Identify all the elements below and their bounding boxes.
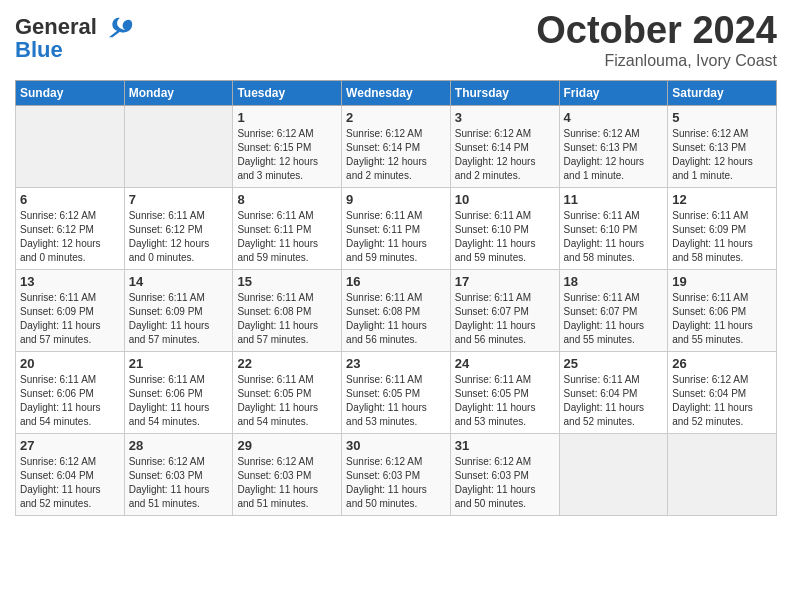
day-number: 5 xyxy=(672,110,772,125)
day-number: 3 xyxy=(455,110,555,125)
month-title: October 2024 xyxy=(536,10,777,52)
title-area: October 2024 Fizanlouma, Ivory Coast xyxy=(536,10,777,70)
header-day-sunday: Sunday xyxy=(16,80,125,105)
calendar-cell: 16Sunrise: 6:11 AM Sunset: 6:08 PM Dayli… xyxy=(342,269,451,351)
calendar-cell: 24Sunrise: 6:11 AM Sunset: 6:05 PM Dayli… xyxy=(450,351,559,433)
day-number: 16 xyxy=(346,274,446,289)
day-info: Sunrise: 6:11 AM Sunset: 6:09 PM Dayligh… xyxy=(672,209,772,265)
logo-general: General xyxy=(15,14,97,39)
header-day-wednesday: Wednesday xyxy=(342,80,451,105)
day-number: 31 xyxy=(455,438,555,453)
calendar-cell xyxy=(668,433,777,515)
calendar-cell: 9Sunrise: 6:11 AM Sunset: 6:11 PM Daylig… xyxy=(342,187,451,269)
day-info: Sunrise: 6:11 AM Sunset: 6:09 PM Dayligh… xyxy=(129,291,229,347)
calendar-cell: 11Sunrise: 6:11 AM Sunset: 6:10 PM Dayli… xyxy=(559,187,668,269)
calendar-cell: 4Sunrise: 6:12 AM Sunset: 6:13 PM Daylig… xyxy=(559,105,668,187)
calendar-cell: 26Sunrise: 6:12 AM Sunset: 6:04 PM Dayli… xyxy=(668,351,777,433)
calendar-cell: 13Sunrise: 6:11 AM Sunset: 6:09 PM Dayli… xyxy=(16,269,125,351)
calendar-cell xyxy=(16,105,125,187)
day-number: 14 xyxy=(129,274,229,289)
day-info: Sunrise: 6:11 AM Sunset: 6:05 PM Dayligh… xyxy=(455,373,555,429)
calendar-week-row: 6Sunrise: 6:12 AM Sunset: 6:12 PM Daylig… xyxy=(16,187,777,269)
day-info: Sunrise: 6:11 AM Sunset: 6:06 PM Dayligh… xyxy=(672,291,772,347)
calendar-cell: 2Sunrise: 6:12 AM Sunset: 6:14 PM Daylig… xyxy=(342,105,451,187)
day-info: Sunrise: 6:12 AM Sunset: 6:03 PM Dayligh… xyxy=(129,455,229,511)
day-number: 22 xyxy=(237,356,337,371)
day-number: 24 xyxy=(455,356,555,371)
header-day-friday: Friday xyxy=(559,80,668,105)
logo: General Blue xyxy=(15,15,133,61)
day-number: 25 xyxy=(564,356,664,371)
calendar-cell: 27Sunrise: 6:12 AM Sunset: 6:04 PM Dayli… xyxy=(16,433,125,515)
day-info: Sunrise: 6:12 AM Sunset: 6:03 PM Dayligh… xyxy=(455,455,555,511)
logo-text: General Blue xyxy=(15,15,133,61)
day-info: Sunrise: 6:11 AM Sunset: 6:12 PM Dayligh… xyxy=(129,209,229,265)
location-subtitle: Fizanlouma, Ivory Coast xyxy=(536,52,777,70)
calendar-cell: 6Sunrise: 6:12 AM Sunset: 6:12 PM Daylig… xyxy=(16,187,125,269)
calendar-cell: 30Sunrise: 6:12 AM Sunset: 6:03 PM Dayli… xyxy=(342,433,451,515)
calendar-cell: 19Sunrise: 6:11 AM Sunset: 6:06 PM Dayli… xyxy=(668,269,777,351)
page-container: General Blue October 2024 Fizanlouma, Iv… xyxy=(0,0,792,531)
header-day-monday: Monday xyxy=(124,80,233,105)
calendar-cell: 17Sunrise: 6:11 AM Sunset: 6:07 PM Dayli… xyxy=(450,269,559,351)
calendar-header-row: SundayMondayTuesdayWednesdayThursdayFrid… xyxy=(16,80,777,105)
day-number: 30 xyxy=(346,438,446,453)
calendar-week-row: 27Sunrise: 6:12 AM Sunset: 6:04 PM Dayli… xyxy=(16,433,777,515)
day-info: Sunrise: 6:11 AM Sunset: 6:11 PM Dayligh… xyxy=(237,209,337,265)
day-info: Sunrise: 6:12 AM Sunset: 6:03 PM Dayligh… xyxy=(346,455,446,511)
day-number: 18 xyxy=(564,274,664,289)
calendar-cell: 8Sunrise: 6:11 AM Sunset: 6:11 PM Daylig… xyxy=(233,187,342,269)
header-day-tuesday: Tuesday xyxy=(233,80,342,105)
day-number: 19 xyxy=(672,274,772,289)
day-info: Sunrise: 6:12 AM Sunset: 6:14 PM Dayligh… xyxy=(455,127,555,183)
calendar-cell: 3Sunrise: 6:12 AM Sunset: 6:14 PM Daylig… xyxy=(450,105,559,187)
day-info: Sunrise: 6:12 AM Sunset: 6:04 PM Dayligh… xyxy=(672,373,772,429)
day-info: Sunrise: 6:12 AM Sunset: 6:13 PM Dayligh… xyxy=(672,127,772,183)
day-number: 21 xyxy=(129,356,229,371)
calendar-cell: 20Sunrise: 6:11 AM Sunset: 6:06 PM Dayli… xyxy=(16,351,125,433)
day-number: 23 xyxy=(346,356,446,371)
calendar-cell: 23Sunrise: 6:11 AM Sunset: 6:05 PM Dayli… xyxy=(342,351,451,433)
day-number: 28 xyxy=(129,438,229,453)
day-info: Sunrise: 6:12 AM Sunset: 6:03 PM Dayligh… xyxy=(237,455,337,511)
day-info: Sunrise: 6:11 AM Sunset: 6:06 PM Dayligh… xyxy=(129,373,229,429)
day-number: 8 xyxy=(237,192,337,207)
day-info: Sunrise: 6:11 AM Sunset: 6:10 PM Dayligh… xyxy=(455,209,555,265)
day-info: Sunrise: 6:11 AM Sunset: 6:09 PM Dayligh… xyxy=(20,291,120,347)
day-info: Sunrise: 6:11 AM Sunset: 6:11 PM Dayligh… xyxy=(346,209,446,265)
calendar-table: SundayMondayTuesdayWednesdayThursdayFrid… xyxy=(15,80,777,516)
day-info: Sunrise: 6:11 AM Sunset: 6:07 PM Dayligh… xyxy=(455,291,555,347)
day-info: Sunrise: 6:12 AM Sunset: 6:12 PM Dayligh… xyxy=(20,209,120,265)
calendar-cell: 5Sunrise: 6:12 AM Sunset: 6:13 PM Daylig… xyxy=(668,105,777,187)
day-number: 12 xyxy=(672,192,772,207)
day-number: 10 xyxy=(455,192,555,207)
day-number: 1 xyxy=(237,110,337,125)
day-number: 4 xyxy=(564,110,664,125)
day-number: 7 xyxy=(129,192,229,207)
logo-blue: Blue xyxy=(15,39,133,61)
calendar-cell: 18Sunrise: 6:11 AM Sunset: 6:07 PM Dayli… xyxy=(559,269,668,351)
day-number: 27 xyxy=(20,438,120,453)
calendar-cell: 25Sunrise: 6:11 AM Sunset: 6:04 PM Dayli… xyxy=(559,351,668,433)
day-info: Sunrise: 6:11 AM Sunset: 6:08 PM Dayligh… xyxy=(346,291,446,347)
calendar-week-row: 1Sunrise: 6:12 AM Sunset: 6:15 PM Daylig… xyxy=(16,105,777,187)
calendar-cell: 12Sunrise: 6:11 AM Sunset: 6:09 PM Dayli… xyxy=(668,187,777,269)
calendar-cell: 7Sunrise: 6:11 AM Sunset: 6:12 PM Daylig… xyxy=(124,187,233,269)
day-number: 11 xyxy=(564,192,664,207)
day-number: 6 xyxy=(20,192,120,207)
header-day-saturday: Saturday xyxy=(668,80,777,105)
logo-bird-icon xyxy=(105,17,133,39)
calendar-cell: 22Sunrise: 6:11 AM Sunset: 6:05 PM Dayli… xyxy=(233,351,342,433)
calendar-week-row: 13Sunrise: 6:11 AM Sunset: 6:09 PM Dayli… xyxy=(16,269,777,351)
calendar-cell xyxy=(124,105,233,187)
day-info: Sunrise: 6:11 AM Sunset: 6:05 PM Dayligh… xyxy=(346,373,446,429)
day-number: 26 xyxy=(672,356,772,371)
calendar-cell: 1Sunrise: 6:12 AM Sunset: 6:15 PM Daylig… xyxy=(233,105,342,187)
day-number: 2 xyxy=(346,110,446,125)
day-info: Sunrise: 6:12 AM Sunset: 6:15 PM Dayligh… xyxy=(237,127,337,183)
calendar-cell: 14Sunrise: 6:11 AM Sunset: 6:09 PM Dayli… xyxy=(124,269,233,351)
calendar-cell xyxy=(559,433,668,515)
header-day-thursday: Thursday xyxy=(450,80,559,105)
day-info: Sunrise: 6:12 AM Sunset: 6:14 PM Dayligh… xyxy=(346,127,446,183)
day-info: Sunrise: 6:11 AM Sunset: 6:07 PM Dayligh… xyxy=(564,291,664,347)
